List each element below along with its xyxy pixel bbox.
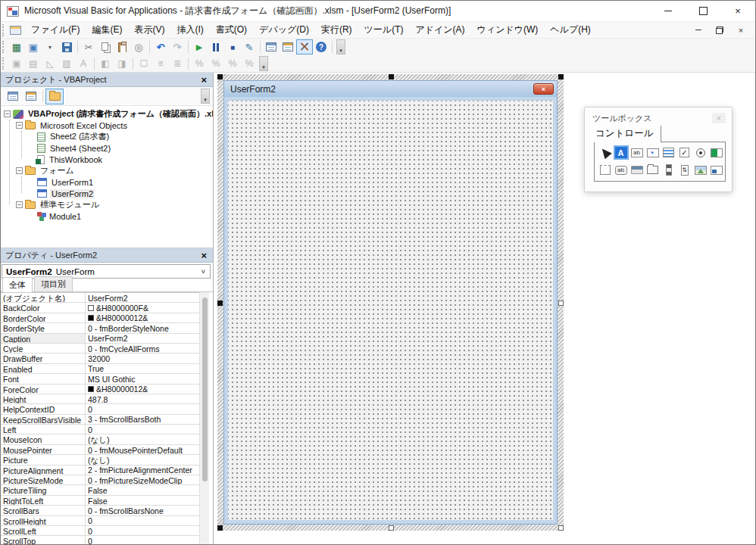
property-row[interactable]: Height 487.8 <box>1 394 199 404</box>
multipage-tool[interactable] <box>645 163 661 177</box>
commandbutton-tool[interactable]: ab <box>613 163 629 177</box>
property-value[interactable]: 0 - fmScrollBarsNone <box>86 506 199 515</box>
label-tool[interactable]: A <box>613 145 629 160</box>
property-row[interactable]: MousePointer 0 - fmMousePointerDefault <box>1 445 199 455</box>
property-value[interactable]: 487.8 <box>86 394 199 403</box>
maximize-button[interactable] <box>686 1 720 21</box>
property-row[interactable]: DrawBuffer 32000 <box>1 353 199 363</box>
property-value[interactable]: 2 - fmPictureAlignmentCenter <box>86 466 199 475</box>
property-value[interactable]: 32000 <box>86 353 199 363</box>
tabstrip-tool[interactable] <box>629 163 645 177</box>
tree-item[interactable]: ThisWorkbook <box>1 154 213 165</box>
arrange-buttons-button[interactable]: ≣ <box>169 56 186 71</box>
menu-item[interactable]: 実行(R) <box>315 21 358 39</box>
property-row[interactable]: BorderStyle 0 - fmBorderStyleNone <box>1 323 199 333</box>
send-to-back-button[interactable]: ▤ <box>25 56 42 71</box>
cut-button[interactable]: ✂ <box>80 39 97 54</box>
optionbutton-tool[interactable] <box>692 145 708 160</box>
property-row[interactable]: ForeColor &H80000012& <box>1 385 199 394</box>
property-value[interactable]: 0 <box>86 425 199 434</box>
properties-panel-header[interactable]: プロパティ - UserForm2 × <box>1 248 213 263</box>
frame-tool[interactable] <box>597 163 613 177</box>
toggle-folders-button[interactable] <box>45 89 64 104</box>
paste-button[interactable] <box>114 39 130 54</box>
property-value[interactable]: False <box>86 496 199 505</box>
menu-item[interactable]: ヘルプ(H) <box>544 21 597 39</box>
checkbox-tool[interactable]: ✓ <box>676 145 692 160</box>
property-row[interactable]: Left 0 <box>1 425 199 434</box>
property-row[interactable]: PictureSizeMode 0 - fmPictureSizeModeCli… <box>1 475 199 485</box>
group-button[interactable]: ◺ <box>42 56 58 71</box>
resize-handle-top-left[interactable] <box>217 74 223 79</box>
center-horizontal-button[interactable]: ☐ <box>136 56 152 71</box>
bring-to-front-button[interactable]: ▣ <box>8 56 25 71</box>
property-row[interactable]: MouseIcon (なし) <box>1 434 199 444</box>
toolbox-titlebar[interactable]: ツールボックス × <box>585 107 732 126</box>
view-excel-button[interactable]: ▦ <box>8 39 25 54</box>
menu-item[interactable]: アドイン(A) <box>409 21 470 39</box>
property-row[interactable]: ScrollTop 0 <box>1 536 199 544</box>
resize-handle-top-center[interactable] <box>389 74 394 79</box>
menu-item[interactable]: ツール(T) <box>358 21 410 39</box>
copy-button[interactable] <box>97 39 114 54</box>
view-object-button[interactable] <box>22 89 40 104</box>
combobox-tool[interactable]: ▾ <box>645 145 661 160</box>
ungroup-button[interactable]: ▨ <box>58 56 75 71</box>
property-value[interactable]: 0 <box>86 404 199 413</box>
userform-design-surface[interactable] <box>224 97 557 524</box>
run-button[interactable]: ▶ <box>191 39 208 54</box>
property-row[interactable]: BackColor &H8000000F& <box>1 303 199 313</box>
property-row[interactable]: (オブジェクト名) UserForm2 <box>1 293 199 303</box>
undo-button[interactable]: ↶ <box>152 39 169 54</box>
property-row[interactable]: Cycle 0 - fmCycleAllForms <box>1 344 199 353</box>
property-value[interactable]: 0 <box>86 516 199 525</box>
property-value[interactable]: UserForm2 <box>86 293 199 302</box>
userform-window[interactable]: UserForm2 × <box>223 80 558 525</box>
same-height-button[interactable]: % <box>208 56 224 71</box>
properties-tab[interactable]: 項目別 <box>34 276 73 291</box>
menu-item[interactable]: ファイル(F) <box>25 21 86 39</box>
resize-handle-middle-right[interactable] <box>558 301 564 306</box>
properties-scrollbar[interactable] <box>199 292 209 544</box>
toolbox-close-button[interactable]: × <box>712 113 726 123</box>
mdi-close-button[interactable]: × <box>736 26 746 35</box>
tree-expander[interactable]: − <box>4 111 11 117</box>
design-mode-button[interactable]: ✎ <box>241 39 258 54</box>
scrollbar-tool[interactable] <box>661 163 676 177</box>
property-value[interactable]: 0 <box>86 536 199 544</box>
property-row[interactable]: PictureAlignment 2 - fmPictureAlignmentC… <box>1 466 199 475</box>
property-row[interactable]: Picture (なし) <box>1 455 199 465</box>
resize-handle-middle-left[interactable] <box>217 301 223 306</box>
tree-item[interactable]: Sheet4 (Sheet2) <box>1 142 213 154</box>
toolbar-grip[interactable] <box>2 41 6 53</box>
tree-item[interactable]: UserForm2 <box>1 188 213 199</box>
resize-handle-top-right[interactable] <box>558 74 564 79</box>
mdi-child-icon[interactable] <box>10 26 21 35</box>
tree-expander[interactable]: − <box>16 201 23 208</box>
properties-scrollbar-thumb[interactable] <box>202 297 208 481</box>
align-left-button[interactable]: ◧ <box>97 56 114 71</box>
property-value[interactable]: UserForm2 <box>86 334 199 343</box>
redo-button[interactable]: ↷ <box>169 39 186 54</box>
toolbar-overflow-button-2[interactable]: ▾ <box>259 56 268 71</box>
menu-item[interactable]: 表示(V) <box>128 21 170 39</box>
insert-userform-button[interactable]: ▣ <box>25 39 42 54</box>
property-row[interactable]: HelpContextID 0 <box>1 404 199 414</box>
property-row[interactable]: Font MS UI Gothic <box>1 374 199 384</box>
property-value[interactable]: False <box>86 485 199 494</box>
property-row[interactable]: ScrollHeight 0 <box>1 516 199 526</box>
help-button[interactable]: ? <box>313 39 330 54</box>
close-button[interactable]: × <box>720 1 755 21</box>
same-size-button[interactable]: % <box>224 56 241 71</box>
toolbar-overflow-button[interactable]: ▾ <box>336 39 345 54</box>
property-value[interactable]: 0 - fmCycleAllForms <box>86 344 199 353</box>
resize-handle-bottom-right[interactable] <box>558 525 564 531</box>
resize-handle-bottom-center[interactable] <box>389 525 394 531</box>
property-row[interactable]: BorderColor &H80000012& <box>1 313 199 323</box>
minimize-button[interactable] <box>651 1 686 21</box>
zoom-button[interactable]: % <box>241 56 258 71</box>
property-value[interactable]: (なし) <box>86 434 199 444</box>
property-value[interactable]: True <box>86 364 199 373</box>
property-row[interactable]: Enabled True <box>1 364 199 374</box>
align-right-button[interactable]: ◨ <box>114 56 130 71</box>
